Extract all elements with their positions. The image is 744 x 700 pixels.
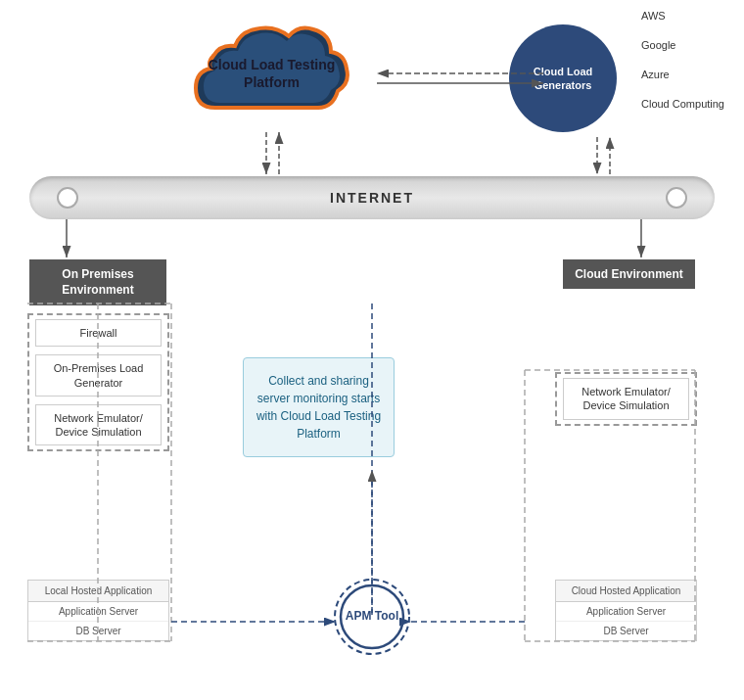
apm-tool: APM Tool [333, 578, 411, 656]
cloud-shape: Cloud Load Testing Platform [186, 15, 357, 132]
left-hosted-app: Local Hosted Application Application Ser… [27, 580, 169, 641]
internet-label: INTERNET [330, 190, 414, 206]
right-app-server: Application Server [556, 602, 696, 622]
cloud-platform: Cloud Load Testing Platform [181, 10, 362, 137]
right-hosted-title: Cloud Hosted Application [556, 581, 696, 602]
cloud-platform-text: Cloud Load Testing Platform [209, 56, 336, 91]
center-info-box: Collect and sharing server monitoring st… [243, 357, 395, 457]
left-db-server: DB Server [28, 622, 168, 640]
internet-bar: INTERNET [29, 176, 715, 219]
cloud-env-label: Cloud Environment [575, 267, 683, 281]
cloud-computing-label: Cloud Computing [641, 98, 724, 110]
google-label: Google [641, 39, 724, 51]
left-hosted-title: Local Hosted Application [28, 581, 168, 602]
cloud-provider-labels: AWS Google Azure Cloud Computing [641, 10, 724, 110]
right-network-emulator-box: Network Emulator/ Device Simulation [563, 378, 689, 420]
on-premises-load-generator-box: On-Premises Load Generator [35, 354, 162, 397]
cloud-generators-circle: Cloud Load Generators [509, 24, 617, 132]
diagram-container: Cloud Load Testing Platform Cloud Load G… [0, 0, 744, 700]
firewall-box: Firewall [35, 319, 162, 347]
aws-label: AWS [641, 10, 724, 22]
center-info-text: Collect and sharing server monitoring st… [256, 374, 381, 441]
internet-dot-left [57, 187, 78, 209]
on-premises-label: On Premises Environment [62, 267, 133, 297]
right-components-group: Network Emulator/ Device Simulation [555, 372, 697, 426]
left-app-server: Application Server [28, 602, 168, 622]
on-premises-box: On Premises Environment [29, 259, 166, 305]
cloud-generators-text: Cloud Load Generators [509, 55, 617, 103]
apm-tool-text: APM Tool [346, 609, 398, 625]
cloud-environment-box: Cloud Environment [563, 259, 695, 289]
azure-label: Azure [641, 69, 724, 80]
right-hosted-app: Cloud Hosted Application Application Ser… [555, 580, 697, 641]
internet-dot-right [666, 187, 687, 209]
right-db-server: DB Server [556, 622, 696, 640]
left-components-group: Firewall On-Premises Load Generator Netw… [27, 313, 169, 451]
left-network-emulator-box: Network Emulator/ Device Simulation [35, 404, 162, 446]
cloud-generators: Cloud Load Generators [499, 24, 627, 132]
